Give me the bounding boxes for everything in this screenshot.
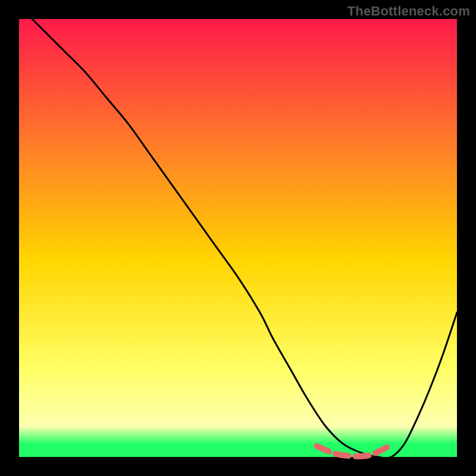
watermark-text: TheBottleneck.com xyxy=(347,4,470,19)
chart-container: { "watermark": "TheBottleneck.com", "col… xyxy=(0,0,476,476)
plot-area xyxy=(19,19,457,457)
bottleneck-chart xyxy=(0,0,476,476)
